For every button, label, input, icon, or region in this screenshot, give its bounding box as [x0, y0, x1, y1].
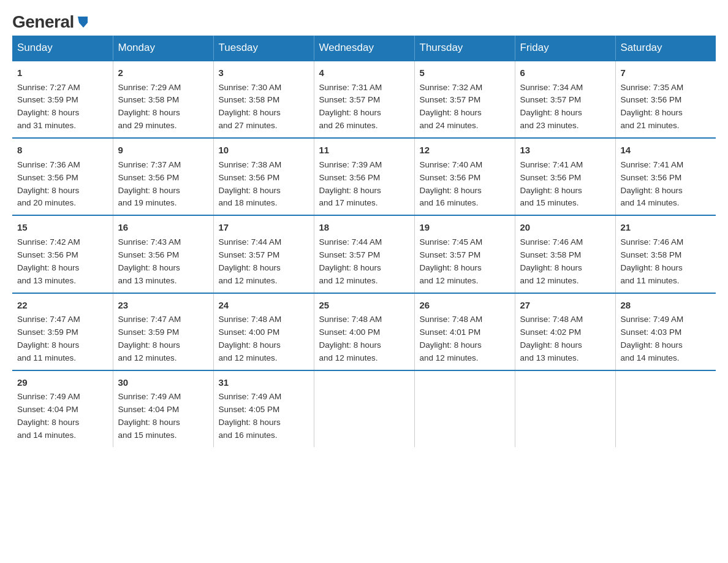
day-number: 8: [17, 144, 108, 158]
logo: General: [12, 12, 90, 29]
calendar-cell: [515, 370, 615, 447]
day-number: 2: [118, 66, 208, 80]
calendar-cell: 17 Sunrise: 7:44 AM Sunset: 3:57 PM Dayl…: [213, 215, 314, 293]
calendar-cell: 3 Sunrise: 7:30 AM Sunset: 3:58 PM Dayli…: [213, 61, 314, 138]
day-number: 15: [17, 221, 108, 235]
day-info: Sunrise: 7:35 AM Sunset: 3:56 PM Dayligh…: [621, 83, 684, 131]
calendar-cell: 9 Sunrise: 7:37 AM Sunset: 3:56 PM Dayli…: [113, 138, 213, 215]
calendar-cell: 7 Sunrise: 7:35 AM Sunset: 3:56 PM Dayli…: [615, 61, 716, 138]
calendar-cell: 1 Sunrise: 7:27 AM Sunset: 3:59 PM Dayli…: [12, 61, 113, 138]
calendar-cell: 24 Sunrise: 7:48 AM Sunset: 4:00 PM Dayl…: [213, 293, 314, 370]
day-number: 20: [520, 221, 610, 235]
calendar-week-row: 22 Sunrise: 7:47 AM Sunset: 3:59 PM Dayl…: [12, 293, 716, 370]
day-info: Sunrise: 7:46 AM Sunset: 3:58 PM Dayligh…: [621, 237, 684, 285]
calendar-cell: 30 Sunrise: 7:49 AM Sunset: 4:04 PM Dayl…: [113, 370, 213, 447]
calendar-cell: 19 Sunrise: 7:45 AM Sunset: 3:57 PM Dayl…: [414, 215, 515, 293]
day-number: 16: [118, 221, 208, 235]
calendar-cell: 8 Sunrise: 7:36 AM Sunset: 3:56 PM Dayli…: [12, 138, 113, 215]
calendar-cell: [314, 370, 414, 447]
calendar-week-row: 15 Sunrise: 7:42 AM Sunset: 3:56 PM Dayl…: [12, 215, 716, 293]
day-number: 10: [219, 144, 309, 158]
day-info: Sunrise: 7:41 AM Sunset: 3:56 PM Dayligh…: [520, 160, 583, 208]
day-info: Sunrise: 7:46 AM Sunset: 3:58 PM Dayligh…: [520, 237, 583, 285]
day-number: 4: [319, 66, 409, 80]
calendar-cell: 12 Sunrise: 7:40 AM Sunset: 3:56 PM Dayl…: [414, 138, 515, 215]
day-info: Sunrise: 7:37 AM Sunset: 3:56 PM Dayligh…: [118, 160, 181, 208]
day-header-wednesday: Wednesday: [314, 36, 414, 61]
day-number: 23: [118, 299, 208, 313]
day-info: Sunrise: 7:27 AM Sunset: 3:59 PM Dayligh…: [17, 83, 80, 131]
calendar-cell: 21 Sunrise: 7:46 AM Sunset: 3:58 PM Dayl…: [615, 215, 716, 293]
day-number: 17: [219, 221, 309, 235]
calendar-cell: 18 Sunrise: 7:44 AM Sunset: 3:57 PM Dayl…: [314, 215, 414, 293]
calendar-table: SundayMondayTuesdayWednesdayThursdayFrid…: [12, 36, 716, 447]
calendar-cell: 27 Sunrise: 7:48 AM Sunset: 4:02 PM Dayl…: [515, 293, 615, 370]
calendar-cell: 15 Sunrise: 7:42 AM Sunset: 3:56 PM Dayl…: [12, 215, 113, 293]
day-info: Sunrise: 7:42 AM Sunset: 3:56 PM Dayligh…: [17, 237, 80, 285]
calendar-cell: 10 Sunrise: 7:38 AM Sunset: 3:56 PM Dayl…: [213, 138, 314, 215]
day-header-tuesday: Tuesday: [213, 36, 314, 61]
calendar-cell: 11 Sunrise: 7:39 AM Sunset: 3:56 PM Dayl…: [314, 138, 414, 215]
day-number: 29: [17, 376, 108, 390]
day-info: Sunrise: 7:49 AM Sunset: 4:03 PM Dayligh…: [621, 315, 684, 362]
day-info: Sunrise: 7:48 AM Sunset: 4:01 PM Dayligh…: [420, 315, 483, 362]
logo-arrow-icon: [77, 14, 90, 30]
day-header-thursday: Thursday: [414, 36, 515, 61]
day-info: Sunrise: 7:48 AM Sunset: 4:02 PM Dayligh…: [520, 315, 583, 362]
day-info: Sunrise: 7:39 AM Sunset: 3:56 PM Dayligh…: [319, 160, 382, 208]
day-info: Sunrise: 7:49 AM Sunset: 4:04 PM Dayligh…: [118, 392, 181, 440]
day-info: Sunrise: 7:43 AM Sunset: 3:56 PM Dayligh…: [118, 237, 181, 285]
day-info: Sunrise: 7:48 AM Sunset: 4:00 PM Dayligh…: [219, 315, 282, 362]
calendar-cell: 20 Sunrise: 7:46 AM Sunset: 3:58 PM Dayl…: [515, 215, 615, 293]
day-info: Sunrise: 7:29 AM Sunset: 3:58 PM Dayligh…: [118, 83, 181, 131]
day-number: 7: [621, 66, 711, 80]
calendar-cell: 2 Sunrise: 7:29 AM Sunset: 3:58 PM Dayli…: [113, 61, 213, 138]
day-info: Sunrise: 7:49 AM Sunset: 4:05 PM Dayligh…: [219, 392, 282, 440]
day-number: 28: [621, 299, 711, 313]
day-number: 26: [420, 299, 510, 313]
day-info: Sunrise: 7:40 AM Sunset: 3:56 PM Dayligh…: [420, 160, 483, 208]
day-number: 3: [219, 66, 309, 80]
calendar-cell: 5 Sunrise: 7:32 AM Sunset: 3:57 PM Dayli…: [414, 61, 515, 138]
day-number: 22: [17, 299, 108, 313]
day-info: Sunrise: 7:36 AM Sunset: 3:56 PM Dayligh…: [17, 160, 80, 208]
calendar-cell: 16 Sunrise: 7:43 AM Sunset: 3:56 PM Dayl…: [113, 215, 213, 293]
calendar-week-row: 1 Sunrise: 7:27 AM Sunset: 3:59 PM Dayli…: [12, 61, 716, 138]
day-info: Sunrise: 7:48 AM Sunset: 4:00 PM Dayligh…: [319, 315, 382, 362]
calendar-cell: [414, 370, 515, 447]
day-info: Sunrise: 7:45 AM Sunset: 3:57 PM Dayligh…: [420, 237, 483, 285]
day-info: Sunrise: 7:31 AM Sunset: 3:57 PM Dayligh…: [319, 83, 382, 131]
calendar-header-row: SundayMondayTuesdayWednesdayThursdayFrid…: [12, 36, 716, 61]
calendar-cell: 13 Sunrise: 7:41 AM Sunset: 3:56 PM Dayl…: [515, 138, 615, 215]
day-info: Sunrise: 7:49 AM Sunset: 4:04 PM Dayligh…: [17, 392, 80, 440]
day-number: 30: [118, 376, 208, 390]
day-number: 18: [319, 221, 409, 235]
calendar-cell: 14 Sunrise: 7:41 AM Sunset: 3:56 PM Dayl…: [615, 138, 716, 215]
day-info: Sunrise: 7:30 AM Sunset: 3:58 PM Dayligh…: [219, 83, 282, 131]
calendar-cell: 22 Sunrise: 7:47 AM Sunset: 3:59 PM Dayl…: [12, 293, 113, 370]
calendar-cell: 23 Sunrise: 7:47 AM Sunset: 3:59 PM Dayl…: [113, 293, 213, 370]
day-info: Sunrise: 7:34 AM Sunset: 3:57 PM Dayligh…: [520, 83, 583, 131]
calendar-cell: 4 Sunrise: 7:31 AM Sunset: 3:57 PM Dayli…: [314, 61, 414, 138]
calendar-cell: 29 Sunrise: 7:49 AM Sunset: 4:04 PM Dayl…: [12, 370, 113, 447]
day-header-sunday: Sunday: [12, 36, 113, 61]
calendar-week-row: 8 Sunrise: 7:36 AM Sunset: 3:56 PM Dayli…: [12, 138, 716, 215]
calendar-cell: 26 Sunrise: 7:48 AM Sunset: 4:01 PM Dayl…: [414, 293, 515, 370]
day-number: 9: [118, 144, 208, 158]
day-info: Sunrise: 7:32 AM Sunset: 3:57 PM Dayligh…: [420, 83, 483, 131]
day-info: Sunrise: 7:47 AM Sunset: 3:59 PM Dayligh…: [118, 315, 181, 362]
day-header-saturday: Saturday: [615, 36, 716, 61]
day-number: 25: [319, 299, 409, 313]
day-number: 24: [219, 299, 309, 313]
calendar-cell: 25 Sunrise: 7:48 AM Sunset: 4:00 PM Dayl…: [314, 293, 414, 370]
calendar-cell: 31 Sunrise: 7:49 AM Sunset: 4:05 PM Dayl…: [213, 370, 314, 447]
calendar-cell: 28 Sunrise: 7:49 AM Sunset: 4:03 PM Dayl…: [615, 293, 716, 370]
day-info: Sunrise: 7:41 AM Sunset: 3:56 PM Dayligh…: [621, 160, 684, 208]
day-number: 27: [520, 299, 610, 313]
day-info: Sunrise: 7:44 AM Sunset: 3:57 PM Dayligh…: [319, 237, 382, 285]
day-number: 21: [621, 221, 711, 235]
day-number: 11: [319, 144, 409, 158]
day-header-friday: Friday: [515, 36, 615, 61]
day-number: 13: [520, 144, 610, 158]
calendar-cell: [615, 370, 716, 447]
